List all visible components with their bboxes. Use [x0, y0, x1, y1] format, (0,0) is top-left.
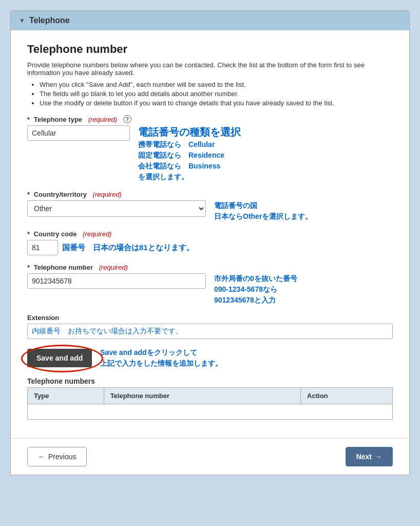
phone-annotation-col: 市外局番の0を抜いた番号 090-1234-5678なら 9012345678と…	[214, 273, 393, 306]
country-code-label-main: Country code	[34, 230, 77, 238]
type-field-row: 電話番号の種類を選択 携帯電話なら Cellular 固定電話なら Reside…	[27, 125, 393, 182]
telephone-number-group: * Telephone number (required) 市外局番の0を抜いた…	[27, 264, 393, 306]
country-territory-label-main: Country/territory	[34, 191, 87, 198]
telephone-number-label: * Telephone number (required)	[27, 264, 393, 271]
main-content: Telephone number Provide telephone numbe…	[11, 30, 409, 430]
telephone-type-label-main: Telephone type	[34, 116, 82, 123]
extension-label: Extension	[27, 314, 393, 322]
save-add-annotation-line2: 上記で入力をした情報を追加します。	[100, 358, 222, 369]
save-and-add-button[interactable]: Save and add	[27, 349, 92, 367]
bullet-list: When you click "Save and Add", each numb…	[40, 81, 393, 107]
save-add-row: Save and add Save and addをクリックして 上記で入力をし…	[27, 347, 393, 369]
table-header-action: Action	[301, 388, 393, 404]
country-code-row: 国番号 日本の場合は81となります。	[27, 240, 393, 255]
previous-label: Previous	[48, 453, 76, 461]
table-row-empty	[28, 404, 393, 420]
extension-group: Extension	[27, 314, 393, 339]
type-input-col	[27, 125, 130, 141]
telephone-number-label-main: Telephone number	[34, 264, 93, 271]
save-add-btn-wrapper: Save and add	[27, 349, 92, 367]
country-code-label: * Country code (required)	[27, 230, 393, 238]
phone-annotation-line2: 090-1234-5678なら	[214, 284, 393, 295]
phone-annotation-line1: 市外局番の0を抜いた番号	[214, 273, 393, 284]
country-annotation-line1: 電話番号の国	[214, 200, 393, 211]
telephone-number-required: (required)	[99, 264, 128, 271]
save-add-annotation: Save and addをクリックして 上記で入力をした情報を追加します。	[100, 347, 222, 369]
phone-table: Type Telephone number Action	[27, 387, 393, 420]
phone-input-col	[27, 273, 206, 289]
country-code-annotation: 国番号 日本の場合は81となります。	[62, 243, 194, 253]
country-territory-label: * Country/territory (required)	[27, 191, 393, 198]
next-label: Next	[356, 453, 372, 461]
telephone-number-input[interactable]	[27, 273, 206, 289]
phone-annotation-line3: 9012345678と入力	[214, 295, 393, 306]
intro-text: Provide telephone numbers below where yo…	[27, 61, 393, 77]
country-code-asterisk: *	[27, 230, 32, 238]
next-button[interactable]: Next →	[346, 447, 393, 466]
country-code-input[interactable]	[27, 240, 58, 255]
country-territory-select[interactable]: Other Japan United States	[27, 200, 206, 217]
page-title: Telephone number	[27, 43, 393, 56]
table-title: Telephone numbers	[27, 377, 393, 385]
country-territory-asterisk: *	[27, 191, 32, 198]
telephone-type-input[interactable]	[27, 125, 130, 141]
telephone-number-asterisk: *	[27, 264, 32, 271]
annotation-line-4: を選択します。	[138, 172, 393, 182]
country-field-row: Other Japan United States 電話番号の国 日本ならOth…	[27, 200, 393, 222]
telephone-type-label-text: *	[27, 116, 32, 123]
country-annotation-line2: 日本ならOtherを選択します。	[214, 211, 393, 222]
nav-footer: ← Previous Next →	[11, 438, 409, 475]
country-select-col: Other Japan United States	[27, 200, 206, 217]
telephone-type-group: * Telephone type (required) ? 電話番号の種類を選択…	[27, 115, 393, 182]
save-add-annotation-line1: Save and addをクリックして	[100, 347, 222, 358]
extension-label-text: Extension	[27, 314, 59, 322]
annotation-line-3: 会社電話なら Business	[138, 161, 393, 172]
phone-number-row: 市外局番の0を抜いた番号 090-1234-5678なら 9012345678と…	[27, 273, 393, 306]
prev-arrow-icon: ←	[38, 453, 45, 461]
telephone-type-required: (required)	[88, 116, 117, 123]
annotation-line-2: 固定電話なら Residence	[138, 150, 393, 161]
header-title: Telephone	[29, 16, 70, 25]
page-wrapper: ▼ Telephone Telephone number Provide tel…	[10, 10, 410, 475]
country-annotation-col: 電話番号の国 日本ならOtherを選択します。	[214, 200, 393, 222]
table-header-number: Telephone number	[104, 388, 300, 404]
type-annotation-col: 電話番号の種類を選択 携帯電話なら Cellular 固定電話なら Reside…	[138, 125, 393, 182]
annotation-line-1: 携帯電話なら Cellular	[138, 139, 393, 150]
country-territory-required: (required)	[93, 191, 122, 198]
bullet-item-3: Use the modify or delete button if you w…	[40, 99, 393, 107]
header-bar: ▼ Telephone	[11, 11, 409, 30]
table-empty-cell	[28, 404, 393, 420]
bullet-item-1: When you click "Save and Add", each numb…	[40, 81, 393, 88]
extension-input[interactable]	[27, 324, 393, 339]
table-header-type: Type	[28, 388, 104, 404]
country-code-required: (required)	[83, 230, 111, 238]
help-icon[interactable]: ?	[123, 115, 131, 123]
next-arrow-icon: →	[375, 453, 382, 461]
previous-button[interactable]: ← Previous	[27, 447, 87, 466]
table-header-row: Type Telephone number Action	[28, 388, 393, 404]
chevron-icon: ▼	[19, 17, 25, 24]
telephone-type-label: * Telephone type (required) ?	[27, 115, 393, 123]
table-body	[28, 404, 393, 420]
country-territory-group: * Country/territory (required) Other Jap…	[27, 191, 393, 222]
annotation-title: 電話番号の種類を選択	[138, 125, 393, 139]
country-code-group: * Country code (required) 国番号 日本の場合は81とな…	[27, 230, 393, 255]
bullet-item-2: The fields will go blank to let you add …	[40, 90, 393, 98]
table-section: Telephone numbers Type Telephone number …	[27, 377, 393, 420]
